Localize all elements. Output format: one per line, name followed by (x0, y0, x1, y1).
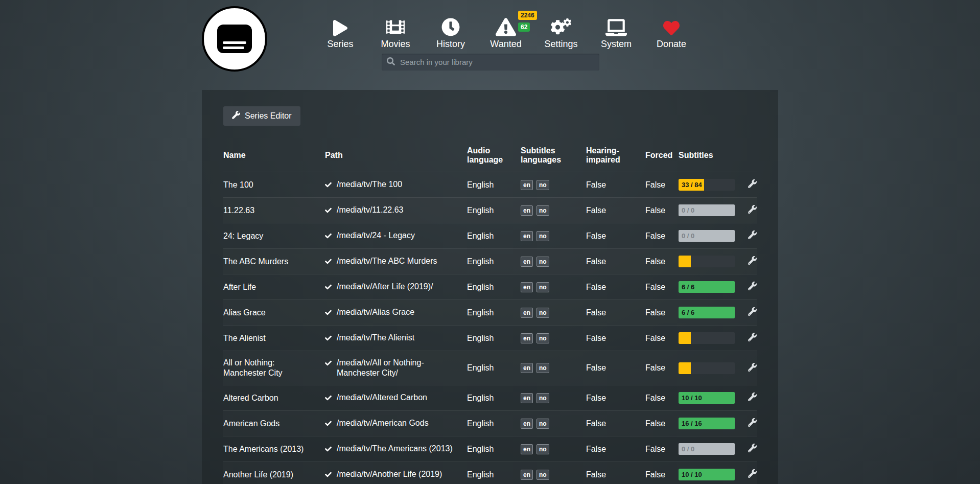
series-name-cell[interactable]: 24: Legacy (223, 231, 325, 241)
hearing-impaired-cell: False (586, 334, 645, 343)
hearing-impaired-cell: False (586, 419, 645, 428)
audio-language-cell: English (467, 419, 521, 428)
series-name-cell[interactable]: All or Nothing: Manchester City (223, 358, 325, 378)
check-icon (325, 394, 332, 404)
hearing-impaired-cell: False (586, 394, 645, 403)
nav-item-settings[interactable]: Settings (533, 14, 589, 50)
gears-icon (533, 14, 589, 36)
hearing-impaired-cell: False (586, 445, 645, 454)
page-container: Series Movies History Wanted (202, 0, 778, 484)
series-name-cell[interactable]: 11.22.63 (223, 205, 325, 216)
edit-series-button[interactable] (748, 179, 757, 190)
subtitle-language-badges: enno (521, 419, 586, 429)
series-name[interactable]: Another Life (2019) (223, 470, 293, 479)
language-badge: no (536, 470, 549, 480)
forced-cell: False (645, 363, 679, 373)
nav-label: Series (313, 39, 368, 50)
series-name[interactable]: Alias Grace (223, 308, 266, 317)
edit-series-button[interactable] (748, 333, 757, 343)
nav-item-movies[interactable]: Movies (368, 14, 423, 50)
main-nav: Series Movies History Wanted (313, 14, 699, 50)
series-name-cell[interactable]: Alias Grace (223, 308, 325, 318)
nav-item-wanted[interactable]: Wanted 2246 62 (478, 14, 533, 50)
audio-language-cell: English (467, 232, 521, 241)
language-badge: en (521, 444, 533, 454)
subtitles-progress-fill (679, 256, 691, 267)
series-name-cell[interactable]: The Americans (2013) (223, 444, 325, 454)
edit-series-button[interactable] (748, 256, 757, 266)
series-name-cell[interactable]: The ABC Murders (223, 257, 325, 267)
language-badge: no (536, 333, 549, 343)
edit-series-button[interactable] (748, 231, 757, 241)
edit-series-button[interactable] (748, 418, 757, 428)
bazarr-logo[interactable] (202, 6, 267, 72)
edit-series-button[interactable] (748, 469, 757, 479)
series-path-cell: /media/tv/The ABC Murders (325, 256, 467, 267)
forced-cell: False (645, 283, 679, 292)
series-name-cell[interactable]: The Alienist (223, 333, 325, 343)
nav-label: Settings (533, 39, 589, 50)
nav-item-history[interactable]: History (423, 14, 478, 50)
series-name[interactable]: All or Nothing: Manchester City (223, 358, 283, 377)
series-name-cell[interactable]: American Gods (223, 419, 325, 429)
subtitles-progress-label: 0 / 0 (682, 443, 694, 455)
series-name[interactable]: 24: Legacy (223, 232, 263, 240)
subtitle-language-badges: enno (521, 363, 586, 373)
table-row: All or Nothing: Manchester City /media/t… (223, 351, 757, 385)
edit-series-button[interactable] (748, 205, 757, 215)
series-path: /media/tv/American Gods (337, 418, 429, 428)
table-row: The Alienist /media/tv/The Alienist Engl… (223, 325, 757, 351)
series-name[interactable]: The 100 (223, 180, 253, 189)
header-path: Path (325, 150, 467, 160)
series-name[interactable]: The Americans (2013) (223, 445, 304, 453)
check-icon (325, 206, 332, 216)
subtitles-cell (679, 256, 740, 267)
nav-label: History (423, 39, 478, 50)
series-name-cell[interactable]: The 100 (223, 180, 325, 190)
edit-series-button[interactable] (748, 444, 757, 454)
subtitle-language-badges: enno (521, 333, 586, 343)
check-icon (325, 232, 332, 242)
series-path-cell: /media/tv/24 - Legacy (325, 231, 467, 242)
hearing-impaired-cell: False (586, 308, 645, 317)
series-path: /media/tv/Another Life (2019) (337, 469, 442, 479)
edit-series-button[interactable] (748, 307, 757, 317)
series-name-cell[interactable]: Another Life (2019) (223, 470, 325, 480)
subtitles-progress-label: 33 / 84 (682, 179, 702, 191)
nav-item-system[interactable]: System (589, 14, 644, 50)
header-audio: Audio language (467, 146, 521, 165)
series-path-cell: /media/tv/American Gods (325, 418, 467, 429)
subtitles-cell: 0 / 0 (679, 443, 740, 455)
series-name[interactable]: Altered Carbon (223, 394, 278, 402)
series-path-cell: /media/tv/The 100 (325, 179, 467, 191)
check-icon (325, 257, 332, 267)
series-name[interactable]: 11.22.63 (223, 206, 254, 215)
subtitles-progress-label: 10 / 10 (682, 469, 702, 480)
edit-series-button[interactable] (748, 282, 757, 292)
heart-icon (644, 14, 699, 36)
table-row: American Gods /media/tv/American Gods En… (223, 410, 757, 436)
row-actions (740, 363, 757, 374)
series-path: /media/tv/The 100 (337, 179, 402, 190)
language-badge: en (521, 363, 533, 373)
audio-language-cell: English (467, 206, 521, 215)
edit-series-button[interactable] (748, 393, 757, 403)
hearing-impaired-cell: False (586, 257, 645, 266)
forced-cell: False (645, 394, 679, 403)
nav-item-donate[interactable]: Donate (644, 14, 699, 50)
series-name[interactable]: After Life (223, 283, 256, 291)
subtitles-progress: 6 / 6 (679, 281, 735, 293)
subtitles-progress: 0 / 0 (679, 204, 735, 216)
series-name-cell[interactable]: Altered Carbon (223, 393, 325, 403)
nav-item-series[interactable]: Series (313, 14, 368, 50)
series-name[interactable]: American Gods (223, 419, 279, 428)
edit-series-button[interactable] (748, 363, 757, 373)
search-input[interactable] (399, 57, 594, 67)
subtitles-progress-label: 10 / 10 (682, 392, 702, 404)
series-name-cell[interactable]: After Life (223, 282, 325, 292)
app-header: Series Movies History Wanted (202, 0, 778, 90)
series-name[interactable]: The ABC Murders (223, 257, 288, 266)
series-path: /media/tv/The ABC Murders (337, 256, 437, 266)
series-editor-button[interactable]: Series Editor (223, 106, 300, 126)
series-name[interactable]: The Alienist (223, 334, 266, 342)
